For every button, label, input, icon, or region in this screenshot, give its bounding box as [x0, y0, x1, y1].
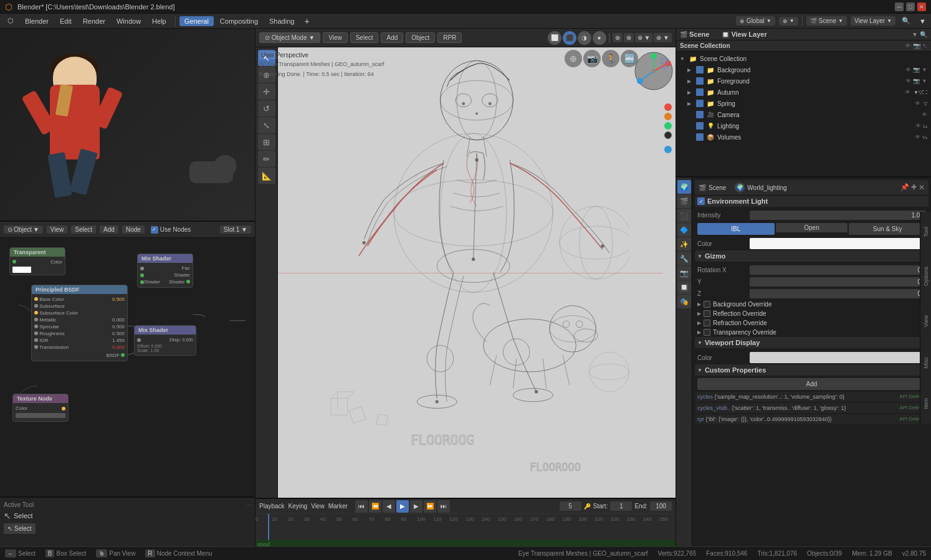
vp-object-btn[interactable]: Object	[406, 32, 435, 43]
custom-prop-cycles[interactable]: cycles {'sample_map_resolution'..: 1, 'v…	[695, 392, 929, 402]
custom-prop-cycles-visib[interactable]: cycles_visib.. {'scatter': 1, 'transmiss…	[695, 403, 929, 413]
bg-render-icon[interactable]: 📷	[913, 67, 920, 73]
vp-select-btn[interactable]: Select	[350, 32, 379, 43]
custom-prop-rpr[interactable]: rpr {'ibl': {'image': {}}, 'color'..0.49…	[695, 414, 929, 424]
object-mode-btn[interactable]: ⊙ Object Mode ▼	[259, 32, 320, 43]
cam-vis-icon[interactable]: 👁	[922, 112, 927, 118]
rotate-tool-btn[interactable]: ↺	[258, 100, 275, 116]
node-mix-diffuse[interactable]: Mix Shader Disp: 0.000 Offset: 0.000Scal…	[134, 325, 196, 356]
measure-tool-btn[interactable]: 📐	[258, 168, 275, 184]
viewport-3d-main[interactable]: ↖ ⊕ ✛ ↺ ⤡ ⊞ ✏ 📐 User Perspective (5) Eye…	[255, 47, 676, 498]
color-field[interactable]	[750, 238, 926, 249]
node-mode-dropdown[interactable]: ⊙ Object ▼	[4, 225, 43, 234]
node-add-btn[interactable]: Add	[100, 225, 118, 234]
view-layer-dropdown[interactable]: View Layer ▼	[851, 16, 895, 26]
minimize-button[interactable]: ─	[895, 2, 904, 11]
play-btn[interactable]: ▶	[396, 500, 409, 513]
next-frame-btn[interactable]: ▶	[410, 500, 423, 513]
props-particles-btn[interactable]: 📷	[677, 266, 691, 280]
view-side-label[interactable]: View	[922, 313, 930, 330]
select-tool-btn[interactable]: ↖ Select	[4, 523, 36, 534]
props-view-layer-btn[interactable]: ✨	[677, 237, 691, 251]
vp-rpr-btn[interactable]: RPR	[437, 32, 462, 43]
outline-lighting[interactable]: 💡 Lighting 👁 1₂	[677, 120, 930, 131]
prev-keyframe-btn[interactable]: ⏪	[369, 500, 381, 513]
preview-viewport[interactable]	[0, 29, 255, 222]
use-nodes-toggle[interactable]: ✓ Use Nodes	[151, 226, 191, 234]
vp-display-header[interactable]: ▼ Viewport Display	[695, 337, 929, 348]
menu-render[interactable]: Render	[78, 16, 110, 26]
scene-dropdown[interactable]: 🎬 Scene ▼	[806, 16, 847, 26]
vp-color-field[interactable]	[750, 352, 926, 363]
menu-help[interactable]: Help	[147, 16, 171, 26]
props-constraints-btn[interactable]: 🎭	[677, 295, 691, 308]
workspace-general[interactable]: General	[179, 16, 214, 26]
move-tool-btn[interactable]: ✛	[258, 83, 275, 100]
outliner-filter-btn[interactable]: ▼	[912, 31, 918, 38]
node-transparent[interactable]: Transparent Color	[9, 247, 65, 275]
node-texture-small[interactable]: Texture Node Color	[12, 394, 69, 422]
solid-btn[interactable]: ⬛	[563, 31, 576, 45]
menu-edit[interactable]: Edit	[55, 16, 77, 26]
color-swatch[interactable]	[12, 267, 31, 273]
options-side-label[interactable]: Options	[922, 264, 930, 288]
material-preview-btn[interactable]: ◑	[578, 31, 591, 45]
transform-tool-btn[interactable]: ⊞	[258, 134, 275, 150]
rot-x-value[interactable]: 0°	[750, 265, 926, 275]
refr-override-cb[interactable]	[704, 320, 710, 326]
maximize-button[interactable]: □	[906, 2, 915, 11]
gizmo-btn[interactable]: ⊕	[624, 33, 634, 42]
refl-override-cb[interactable]	[704, 310, 710, 317]
nav-orbit-btn[interactable]: ⊕	[565, 50, 582, 67]
menu-window[interactable]: Window	[112, 16, 146, 26]
engine-dropdown[interactable]: ⊕ Global ▼	[736, 16, 775, 26]
proportional-btn[interactable]: ⊕ ▼	[654, 33, 672, 42]
node-principled[interactable]: Principled BSDF Base Color 0.500 Subsurf…	[31, 285, 128, 361]
open-btn[interactable]: Open	[776, 223, 848, 232]
env-light-section-header[interactable]: ✓ Environment Light	[695, 196, 929, 207]
timeline-keying-btn[interactable]: Keying	[289, 503, 308, 510]
fg-vis-icon[interactable]: 👁	[905, 78, 911, 84]
props-world-btn[interactable]: 🌍	[677, 180, 691, 194]
jump-to-end-btn[interactable]: ⏭	[437, 500, 450, 513]
light-vis-icon[interactable]: 👁	[915, 123, 921, 129]
spring-vis-icon[interactable]: 👁	[915, 100, 920, 107]
rendered-btn[interactable]: ●	[593, 31, 606, 45]
workspace-compositing[interactable]: Compositing	[215, 16, 263, 26]
nav-walk-btn[interactable]: 🚶	[602, 50, 619, 67]
world-pin-icon[interactable]: 📌	[900, 183, 909, 192]
props-render-btn[interactable]: ⬛	[677, 209, 691, 222]
env-light-checkbox[interactable]: ✓	[697, 197, 705, 205]
props-modifier-btn[interactable]: 🔧	[677, 252, 691, 265]
node-node-btn[interactable]: Node	[122, 225, 145, 234]
end-frame-input[interactable]	[650, 501, 672, 511]
use-nodes-checkbox[interactable]: ✓	[151, 226, 158, 234]
slot-dropdown[interactable]: Slot 1 ▼	[220, 225, 251, 234]
bg-vis-icon[interactable]: 👁	[905, 67, 911, 73]
wireframe-btn[interactable]: ⬜	[548, 31, 561, 45]
node-mix-shader[interactable]: Mix Shader Fac Shader Shader Shader	[137, 254, 193, 288]
timeline-view-btn[interactable]: View	[311, 503, 325, 510]
start-frame-input[interactable]	[610, 501, 632, 511]
annotate-tool-btn[interactable]: ✏	[258, 151, 275, 167]
snap-btn[interactable]: ⊕ ▼	[635, 33, 653, 42]
rot-z-value[interactable]: 0°	[750, 289, 926, 298]
outline-spring[interactable]: ▶ 📁 Spring 👁 ▽	[677, 98, 930, 109]
next-keyframe-btn[interactable]: ⏩	[424, 500, 436, 513]
search-button[interactable]: 🔍	[899, 16, 913, 26]
outline-scene-collection[interactable]: ▼ 📁 Scene Collection	[677, 53, 930, 64]
sun-sky-btn[interactable]: Sun & Sky	[849, 223, 926, 235]
ibl-btn[interactable]: IBL	[697, 223, 775, 235]
vp-view-btn[interactable]: View	[323, 32, 348, 43]
gizmo-section-header[interactable]: ▼ Gizmo	[695, 250, 929, 262]
item-side-label[interactable]: Item	[922, 396, 930, 412]
menu-file[interactable]: Blender	[20, 16, 54, 26]
transp-override-cb[interactable]	[704, 329, 710, 336]
overlay-btn[interactable]: ⊕	[613, 33, 623, 42]
intensity-value[interactable]: 1.00	[750, 211, 926, 220]
outline-camera[interactable]: 🎥 Camera 👁	[677, 109, 930, 120]
props-scene-btn[interactable]: 🎬	[677, 194, 691, 208]
node-canvas[interactable]: Transparent Color Principled BSDF Bas	[0, 238, 255, 496]
outline-volumes[interactable]: 📦 Volumes 👁 V₂	[677, 131, 930, 143]
filter-button[interactable]: ▼	[917, 16, 929, 26]
